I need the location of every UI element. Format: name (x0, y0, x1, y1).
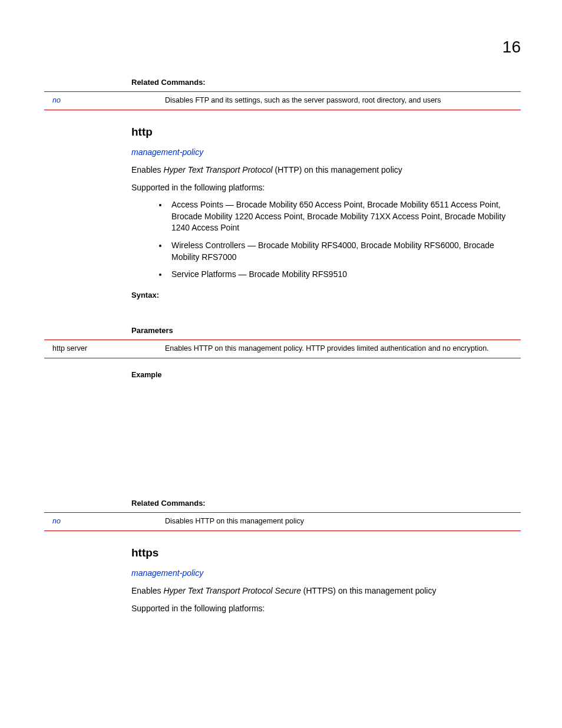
list-item: Access Points — Brocade Mobility 650 Acc… (168, 199, 521, 234)
link-no-ftp[interactable]: no (44, 92, 160, 110)
param-desc-http-server: Enables HTTP on this management policy. … (160, 340, 521, 358)
link-no-http[interactable]: no (44, 513, 160, 531)
list-item: Wireless Controllers — Brocade Mobility … (168, 240, 521, 263)
link-management-policy-http[interactable]: management-policy (131, 147, 521, 159)
parameters-table-http: http server Enables HTTP on this managem… (44, 340, 521, 358)
related-commands-table-http: no Disables HTTP on this management poli… (44, 512, 521, 531)
http-description: Enables Hyper Text Transport Protocol (H… (131, 164, 521, 176)
link-management-policy-https[interactable]: management-policy (131, 568, 521, 579)
parameters-heading: Parameters (131, 325, 521, 336)
page-number: 16 (44, 35, 521, 58)
related-commands-heading-http: Related Commands: (131, 498, 521, 509)
list-item: Service Platforms — Brocade Mobility RFS… (168, 269, 521, 281)
param-key-http-server: http server (44, 340, 160, 358)
section-title-https: https (131, 545, 521, 561)
section-title-http: http (131, 124, 521, 140)
https-platforms-intro: Supported in the following platforms: (131, 603, 521, 615)
related-commands-heading-ftp: Related Commands: (131, 77, 521, 88)
example-heading: Example (131, 370, 521, 381)
related-desc-http: Disables HTTP on this management policy (160, 513, 521, 531)
http-platforms-list: Access Points — Brocade Mobility 650 Acc… (131, 199, 521, 281)
syntax-heading: Syntax: (131, 290, 521, 301)
http-platforms-intro: Supported in the following platforms: (131, 182, 521, 194)
related-desc-ftp: Disables FTP and its settings, such as t… (160, 92, 521, 110)
related-commands-table-ftp: no Disables FTP and its settings, such a… (44, 91, 521, 110)
https-description: Enables Hyper Text Transport Protocol Se… (131, 585, 521, 597)
